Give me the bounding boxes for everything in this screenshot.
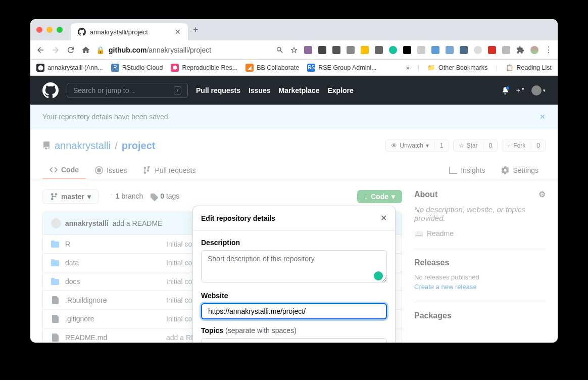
reload-button[interactable] xyxy=(66,45,76,55)
extension-icon[interactable] xyxy=(431,46,439,54)
home-button[interactable] xyxy=(81,45,91,55)
plus-dropdown[interactable]: +▾ xyxy=(516,86,524,94)
minimize-window-button[interactable] xyxy=(46,27,53,33)
profile-avatar[interactable] xyxy=(530,46,538,54)
github-search[interactable]: Search or jump to... / xyxy=(67,83,188,98)
toolbar-extensions: ⋮ xyxy=(276,45,553,55)
topics-input[interactable] xyxy=(201,338,387,343)
nav-issues[interactable]: Issues xyxy=(249,86,271,94)
svg-point-0 xyxy=(506,86,509,89)
bookmarks-overflow[interactable]: » xyxy=(406,64,410,71)
modal-title: Edit repository details xyxy=(201,214,275,222)
nav-marketplace[interactable]: Marketplace xyxy=(279,86,320,94)
forward-button[interactable] xyxy=(51,45,61,55)
extension-icon[interactable] xyxy=(389,46,397,54)
maximize-window-button[interactable] xyxy=(57,27,63,33)
github-logo[interactable] xyxy=(42,82,59,99)
extensions-icon[interactable] xyxy=(516,46,524,54)
extension-icon[interactable] xyxy=(403,46,411,54)
extension-icon[interactable] xyxy=(375,46,383,54)
lock-icon: 🔒 xyxy=(96,46,105,54)
extension-icon[interactable] xyxy=(304,46,312,54)
github-header: Search or jump to... / Pull requests Iss… xyxy=(30,76,558,105)
notifications-icon[interactable] xyxy=(501,86,509,94)
extension-icon[interactable] xyxy=(460,46,468,54)
bookmark-item[interactable]: ⬤annakrystalli (Ann... xyxy=(36,64,103,72)
edit-repo-details-modal: Edit repository details ✕ Description We… xyxy=(192,206,396,343)
topics-label: Topics (separate with spaces) xyxy=(201,326,387,335)
extension-icon[interactable] xyxy=(502,46,510,54)
browser-tab[interactable]: annakrystalli/project ✕ xyxy=(71,23,188,40)
extension-icon[interactable] xyxy=(318,46,326,54)
address-bar[interactable]: 🔒 github.com/annakrystalli/project xyxy=(96,46,271,54)
extension-icon[interactable] xyxy=(347,46,355,54)
github-favicon xyxy=(78,28,86,36)
star-icon[interactable] xyxy=(290,46,298,54)
extension-icon[interactable] xyxy=(488,46,496,54)
bookmarks-bar: ⬤annakrystalli (Ann... RRStudio Cloud ⬢R… xyxy=(30,60,558,76)
browser-window: annakrystalli/project ✕ + 🔒 github.com/a… xyxy=(30,19,558,343)
extension-icon[interactable] xyxy=(332,46,340,54)
website-input[interactable] xyxy=(201,303,387,319)
chrome-toolbar: 🔒 github.com/annakrystalli/project ⋮ xyxy=(30,40,558,60)
window-controls xyxy=(36,27,63,33)
new-tab-button[interactable]: + xyxy=(193,25,199,35)
extension-icon[interactable] xyxy=(361,46,369,54)
user-avatar-dropdown[interactable]: ▾ xyxy=(531,85,546,96)
nav-explore[interactable]: Explore xyxy=(327,86,353,94)
github-nav: Pull requests Issues Marketplace Explore xyxy=(196,86,354,94)
extension-icon[interactable] xyxy=(446,46,454,54)
bookmark-item[interactable]: ⬢Reproducible Res... xyxy=(171,64,237,72)
close-window-button[interactable] xyxy=(36,27,42,33)
slash-key-hint: / xyxy=(174,86,181,94)
grammarly-icon[interactable] xyxy=(374,271,383,280)
modal-close-button[interactable]: ✕ xyxy=(380,213,387,223)
bookmark-item[interactable]: RRStudio Cloud xyxy=(111,64,163,72)
bookmark-item[interactable]: RSRSE Group Admini... xyxy=(307,64,376,72)
back-button[interactable] xyxy=(35,45,45,55)
description-label: Description xyxy=(201,239,387,247)
description-input[interactable] xyxy=(201,250,387,282)
reading-list[interactable]: 📋Reading List xyxy=(506,64,552,71)
extension-icon[interactable] xyxy=(474,46,482,54)
nav-pull-requests[interactable]: Pull requests xyxy=(196,86,240,94)
bookmark-item[interactable]: ◢BB Collaborate xyxy=(246,64,299,72)
chrome-menu-icon[interactable]: ⋮ xyxy=(545,45,553,55)
tab-title: annakrystalli/project xyxy=(90,28,148,36)
other-bookmarks[interactable]: 📁Other Bookmarks xyxy=(427,64,487,71)
url-text: github.com/annakrystalli/project xyxy=(109,46,211,54)
website-label: Website xyxy=(201,292,387,300)
search-in-page-icon[interactable] xyxy=(276,46,284,54)
close-tab-button[interactable]: ✕ xyxy=(175,28,181,36)
extension-icon[interactable] xyxy=(417,46,425,54)
chrome-tab-strip: annakrystalli/project ✕ + xyxy=(30,19,558,40)
